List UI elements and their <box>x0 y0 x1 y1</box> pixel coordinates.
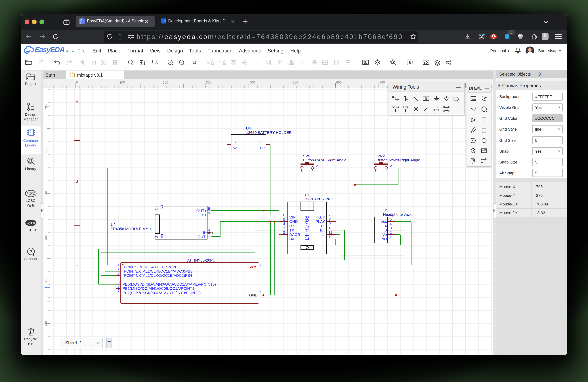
svg-text:3: 3 <box>300 168 302 172</box>
svg-text:300: 300 <box>44 277 48 283</box>
svg-text:?: ? <box>30 249 32 254</box>
svg-text:DACL: DACL <box>289 237 299 241</box>
svg-text:100: 100 <box>119 80 125 84</box>
svg-text:PB2(SCK/USCK/SCL/ADC1/T0/INT0/: PB2(SCK/USCK/SCL/ADC1/T0/INT0/PCINT2) <box>122 290 201 295</box>
svg-text:2: 2 <box>234 140 236 144</box>
svg-text:R+: R+ <box>320 228 325 232</box>
svg-text:J@LC: J@LC <box>27 222 35 225</box>
svg-text:3: 3 <box>389 226 392 230</box>
svg-text:LCSC: LCSC <box>26 192 35 195</box>
svg-text:+5V: +5V <box>403 105 408 109</box>
svg-text:R-: R- <box>321 224 325 228</box>
svg-text:12: 12 <box>328 234 332 239</box>
svg-text:4: 4 <box>389 221 392 226</box>
svg-text:C: C <box>75 265 78 269</box>
svg-text:1: 1 <box>389 234 392 239</box>
svg-text:2: 2 <box>390 164 392 168</box>
svg-text:L+: L+ <box>320 237 325 241</box>
svg-text:1: 1 <box>370 164 372 168</box>
svg-text:600: 600 <box>336 80 341 84</box>
svg-text:U2: U2 <box>111 222 116 227</box>
svg-text:1: 1 <box>296 164 298 168</box>
svg-text:U5: U5 <box>383 208 388 212</box>
svg-text:7: 7 <box>117 288 120 292</box>
svg-text:4: 4 <box>384 224 387 228</box>
svg-text:6: 6 <box>283 213 285 217</box>
svg-text:KEY: KEY <box>317 215 325 219</box>
svg-text:3: 3 <box>374 168 376 172</box>
svg-text:500: 500 <box>293 80 298 84</box>
svg-text:2: 2 <box>154 235 158 238</box>
svg-text:+ve: +ve <box>259 146 265 150</box>
svg-text:400: 400 <box>249 80 255 84</box>
svg-text:5: 5 <box>283 217 285 221</box>
svg-text:4: 4 <box>311 168 314 172</box>
svg-text:TX: TX <box>289 228 294 232</box>
svg-text:4: 4 <box>283 221 285 226</box>
svg-text:Button-6x6x8-Right-Angle: Button-6x6x8-Right-Angle <box>376 158 420 162</box>
svg-text:1: 1 <box>283 234 285 239</box>
svg-text:0: 0 <box>76 80 78 84</box>
svg-text:IN-: IN- <box>160 233 164 238</box>
svg-text:7: 7 <box>328 213 331 217</box>
svg-text:6: 6 <box>117 284 120 288</box>
svg-text:DFPLAYER PRO: DFPLAYER PRO <box>304 197 334 201</box>
svg-text:B-: B- <box>203 230 206 234</box>
svg-text:U1: U1 <box>305 193 310 197</box>
svg-text:OUT+: OUT+ <box>196 208 206 212</box>
svg-text:1: 1 <box>437 105 439 108</box>
svg-text:TP4056 MODULE MY 1: TP4056 MODULE MY 1 <box>111 227 151 231</box>
svg-text:U4: U4 <box>246 126 251 130</box>
svg-text:4: 4 <box>208 228 210 232</box>
svg-text:7: 7 <box>208 232 210 236</box>
svg-text:2: 2 <box>283 230 285 234</box>
svg-text:11: 11 <box>328 230 332 234</box>
svg-text:N: N <box>425 97 427 100</box>
svg-text:8: 8 <box>259 262 261 266</box>
svg-text:B: B <box>408 61 411 65</box>
svg-text:8: 8 <box>328 217 331 221</box>
svg-text:-ve: -ve <box>232 146 237 150</box>
svg-text:2: 2 <box>316 164 318 168</box>
svg-text:700: 700 <box>379 80 385 84</box>
svg-text:IN+: IN+ <box>160 204 164 210</box>
svg-text:3: 3 <box>117 271 120 275</box>
svg-text:4: 4 <box>259 290 261 294</box>
svg-text:SW1: SW1 <box>303 153 311 158</box>
svg-text:U3: U3 <box>187 254 192 258</box>
svg-text:9: 9 <box>328 221 331 226</box>
svg-text:Button-6x6x8-Right-Angle: Button-6x6x8-Right-Angle <box>303 158 346 162</box>
svg-text:DFR0768: DFR0768 <box>303 215 310 240</box>
svg-text:Headphone Jack: Headphone Jack <box>383 212 412 216</box>
svg-text:GND: GND <box>378 237 387 241</box>
svg-text:200: 200 <box>44 321 48 326</box>
svg-text:5: 5 <box>389 217 392 221</box>
svg-text:700: 700 <box>44 104 48 110</box>
svg-text:PLAY: PLAY <box>315 219 325 223</box>
svg-text:A: A <box>75 99 78 104</box>
svg-text:(PCINT5/RESET#/ADC0/dW)PB5: (PCINT5/RESET#/ADC0/dW)PB5 <box>122 265 179 269</box>
svg-text:18650 BATTERY HOLDER: 18650 BATTERY HOLDER <box>246 130 292 134</box>
svg-text:?: ? <box>156 62 158 66</box>
svg-text:2: 2 <box>117 267 120 271</box>
svg-text:1: 1 <box>259 140 262 144</box>
svg-text:B: B <box>75 179 78 183</box>
svg-text:5: 5 <box>208 210 210 215</box>
svg-text:4: 4 <box>385 168 387 172</box>
svg-text:SW2: SW2 <box>376 153 385 158</box>
svg-text:6: 6 <box>208 206 210 210</box>
svg-text:300: 300 <box>206 80 211 84</box>
svg-text:(PCINT3/XTAL1/CLKI/OC1B#/ADC3): (PCINT3/XTAL1/CLKI/OC1B#/ADC3)PB3 <box>122 269 192 273</box>
svg-text:VIN: VIN <box>289 215 295 219</box>
svg-text:3: 3 <box>283 226 285 230</box>
svg-text:200: 200 <box>163 80 168 84</box>
svg-text:VCC: VCC <box>392 105 399 109</box>
svg-text:1: 1 <box>117 263 120 267</box>
svg-text:RX: RX <box>289 224 294 228</box>
svg-text:1: 1 <box>154 208 158 210</box>
svg-text:400: 400 <box>44 234 48 240</box>
svg-text:Vcc: Vcc <box>380 219 387 223</box>
svg-text:3: 3 <box>384 228 387 232</box>
svg-text:GND: GND <box>289 219 298 223</box>
svg-text:GND: GND <box>249 293 257 297</box>
